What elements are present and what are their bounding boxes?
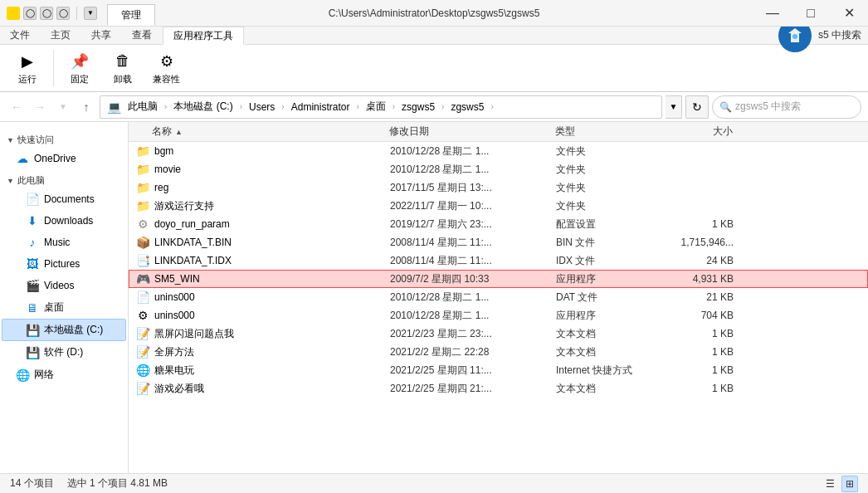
status-bar: 14 个项目 选中 1 个项目 4.81 MB ☰ ⊞	[0, 473, 868, 493]
col-header-type[interactable]: 类型	[555, 124, 663, 139]
uninstall-icon: 🗑	[113, 51, 133, 71]
sep5: ›	[393, 102, 395, 111]
sidebar-item-network[interactable]: 🌐 网络	[2, 364, 126, 386]
ribbon-pin-btn[interactable]: 📌 固定	[59, 47, 100, 90]
path-desktop[interactable]: 桌面	[363, 98, 389, 115]
compat-icon: ⚙	[157, 51, 177, 71]
file-type: 配置设置	[556, 217, 664, 232]
sort-arrow: ▲	[175, 128, 183, 136]
sidebar-item-documents[interactable]: 📄 Documents	[2, 188, 126, 210]
ribbon-tab-file[interactable]: 文件	[0, 27, 41, 44]
file-type: Internet 快捷方式	[556, 364, 664, 378]
address-bar: ← → ▼ ↑ 💻 此电脑 › 本地磁盘 (C:) › Users › Admi…	[0, 92, 868, 122]
file-date: 2010/12/28 星期二 1...	[390, 163, 556, 177]
table-row[interactable]: 📦 LINKDATA_T.BIN 2008/11/4 星期二 11:... BI…	[129, 233, 868, 251]
table-row[interactable]: 📁 bgm 2010/12/28 星期二 1... 文件夹	[129, 142, 868, 160]
path-zsgws5[interactable]: zsgws5	[398, 100, 438, 115]
ribbon-compat-btn[interactable]: ⚙ 兼容性	[145, 47, 188, 90]
ribbon-uninstall-label: 卸载	[114, 73, 132, 85]
col-header-date[interactable]: 修改日期	[389, 124, 555, 139]
forward-btn[interactable]: →	[30, 97, 50, 117]
file-name-cell: 📁 游戏运行支持	[133, 199, 390, 213]
table-row[interactable]: 📄 unins000 2010/12/28 星期二 1... DAT 文件 21…	[129, 288, 868, 306]
table-row[interactable]: 📑 LINKDATA_T.IDX 2008/11/4 星期二 11:... ID…	[129, 251, 868, 270]
table-row[interactable]: 🎮 SM5_WIN 2009/7/2 星期四 10:33 应用程序 4,931 …	[129, 270, 868, 288]
recent-btn[interactable]: ▼	[53, 97, 73, 117]
sidebar-label-localc: 本地磁盘 (C:)	[44, 323, 103, 337]
detail-view-btn[interactable]: ⊞	[841, 476, 858, 492]
quick-access-btn[interactable]: ◯	[23, 7, 37, 20]
table-row[interactable]: 📝 黑屏闪退问题点我 2021/2/23 星期二 23:... 文本文档 1 K…	[129, 325, 868, 343]
sep6: ›	[441, 102, 444, 111]
table-row[interactable]: ⚙ doyo_run_param 2019/12/7 星期六 23:... 配置…	[129, 215, 868, 233]
maximize-btn[interactable]: □	[792, 0, 830, 27]
col-name-label: 名称	[152, 124, 172, 139]
file-list-header: 名称 ▲ 修改日期 类型 大小	[129, 122, 868, 142]
sidebar-section-thispc[interactable]: ▼ 此电脑	[0, 169, 128, 188]
table-row[interactable]: 🌐 糖果电玩 2021/2/25 星期四 11:... Internet 快捷方…	[129, 361, 868, 379]
file-name-cell: 🌐 糖果电玩	[133, 364, 390, 378]
sidebar-item-localc[interactable]: 💾 本地磁盘 (C:)	[2, 319, 126, 341]
path-thispc[interactable]: 此电脑	[124, 98, 161, 115]
col-header-size[interactable]: 大小	[663, 124, 746, 139]
ribbon-tab-view[interactable]: 查看	[122, 27, 163, 44]
address-path[interactable]: 💻 此电脑 › 本地磁盘 (C:) › Users › Administrato…	[100, 95, 662, 119]
divider	[76, 7, 77, 20]
search-box[interactable]: 🔍 zgsws5 中搜索	[712, 95, 861, 119]
file-name: 游戏运行支持	[154, 199, 214, 213]
file-name-cell: ⚙ unins000	[133, 309, 390, 322]
minimize-btn[interactable]: —	[753, 0, 792, 27]
sidebar-label-quick: 快速访问	[17, 134, 54, 146]
file-type: 文件夹	[556, 163, 664, 177]
address-dropdown-btn[interactable]: ▼	[666, 95, 682, 119]
thispc-arrow: ▼	[7, 177, 14, 185]
sidebar-label-downloads: Downloads	[44, 215, 93, 227]
file-date: 2010/12/28 星期二 1...	[390, 144, 556, 159]
file-size: 1 KB	[664, 218, 747, 230]
ribbon-uninstall-btn[interactable]: 🗑 卸载	[102, 47, 144, 90]
manage-tab[interactable]: 管理	[107, 4, 155, 26]
back-btn[interactable]: ←	[7, 97, 27, 117]
sidebar-item-music[interactable]: ♪ Music	[2, 232, 126, 253]
sidebar-item-diskd[interactable]: 💾 软件 (D:)	[2, 341, 126, 364]
file-icon: 📁	[136, 144, 149, 158]
table-row[interactable]: 📁 movie 2010/12/28 星期二 1... 文件夹	[129, 160, 868, 178]
path-users[interactable]: Users	[246, 100, 278, 115]
col-header-name[interactable]: 名称 ▲	[132, 124, 389, 139]
file-name: doyo_run_param	[154, 218, 230, 230]
ribbon-tab-share[interactable]: 共享	[81, 27, 122, 44]
list-view-btn[interactable]: ☰	[822, 476, 838, 492]
refresh-btn[interactable]: ↻	[685, 95, 709, 119]
up-btn[interactable]: ↑	[76, 97, 96, 117]
tb-expand-btn[interactable]: ▼	[84, 7, 97, 20]
path-admin[interactable]: Administrator	[288, 100, 354, 115]
file-name-cell: 📁 reg	[133, 181, 390, 194]
close-btn[interactable]: ✕	[830, 0, 868, 27]
table-row[interactable]: 📝 全屏方法 2021/2/2 星期二 22:28 文本文档 1 KB	[129, 343, 868, 361]
ribbon-tab-home[interactable]: 主页	[41, 27, 81, 44]
sidebar-item-pictures[interactable]: 🖼 Pictures	[2, 253, 126, 275]
path-zgsws5[interactable]: zgsws5	[447, 100, 487, 115]
tb-btn2[interactable]: ◯	[40, 7, 53, 20]
sidebar-section-quick[interactable]: ▼ 快速访问	[0, 129, 128, 148]
tb-btn3[interactable]: ◯	[56, 7, 70, 20]
file-date: 2017/11/5 星期日 13:...	[390, 181, 556, 195]
table-row[interactable]: 📁 游戏运行支持 2022/11/7 星期一 10:... 文件夹	[129, 197, 868, 215]
ribbon-tab-apptool[interactable]: 应用程序工具	[163, 27, 244, 45]
sidebar-item-onedrive[interactable]: ☁ OneDrive	[2, 148, 126, 169]
table-row[interactable]: 📁 reg 2017/11/5 星期日 13:... 文件夹	[129, 178, 868, 197]
title-tabs: 管理	[107, 0, 155, 26]
sidebar-item-downloads[interactable]: ⬇ Downloads	[2, 210, 126, 232]
sidebar-item-videos[interactable]: 🎬 Videos	[2, 275, 126, 296]
path-c[interactable]: 本地磁盘 (C:)	[170, 98, 236, 115]
file-size: 4,931 KB	[664, 273, 747, 285]
ribbon-run-btn[interactable]: ▶ 运行	[7, 47, 48, 90]
table-row[interactable]: ⚙ unins000 2010/12/28 星期二 1... 应用程序 704 …	[129, 306, 868, 325]
sidebar-label-pictures: Pictures	[44, 258, 80, 270]
file-size: 1 KB	[664, 328, 747, 339]
ribbon-tabs: 文件 主页 共享 查看 应用程序工具 s5 中搜索	[0, 27, 868, 45]
file-icon: 📁	[136, 181, 149, 194]
table-row[interactable]: 📝 游戏必看哦 2021/2/25 星期四 21:... 文本文档 1 KB	[129, 379, 868, 398]
sidebar-item-desktop[interactable]: 🖥 桌面	[2, 296, 126, 319]
ribbon-pin-label: 固定	[71, 73, 89, 85]
